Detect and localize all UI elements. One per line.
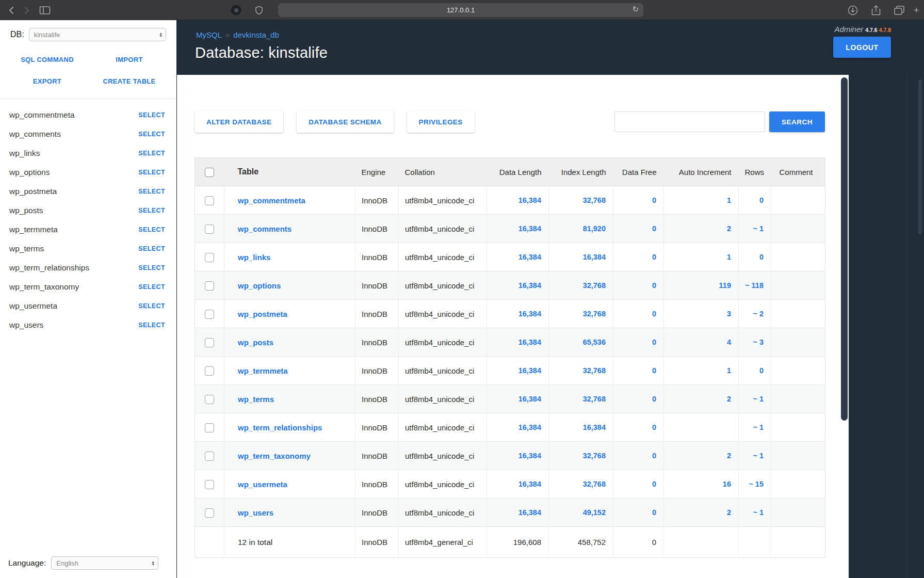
new-tab-icon[interactable]: +: [910, 0, 922, 20]
sidebar-table-name[interactable]: wp_options: [9, 168, 50, 177]
sidebar-table-name[interactable]: wp_postmeta: [9, 187, 57, 196]
collation-cell: utf8mb4_unicode_ci: [399, 215, 487, 243]
sidebar-select-link[interactable]: SELECT: [138, 111, 165, 119]
rows-cell: ~ 1: [739, 499, 771, 527]
search-button[interactable]: SEARCH: [769, 111, 825, 132]
collation-cell: utf8mb4_unicode_ci: [399, 186, 487, 215]
row-checkbox[interactable]: [205, 366, 214, 376]
sidebar-table-item: wp_termmeta SELECT: [0, 220, 176, 239]
database-schema-button[interactable]: DATABASE SCHEMA: [297, 111, 393, 133]
comment-cell: [771, 413, 825, 442]
table-name-link[interactable]: wp_term_relationships: [238, 423, 322, 432]
table-name-link[interactable]: wp_links: [238, 253, 270, 262]
row-checkbox[interactable]: [205, 452, 214, 461]
share-icon[interactable]: [869, 0, 883, 20]
sidebar-table-name[interactable]: wp_users: [9, 320, 43, 330]
row-checkbox[interactable]: [205, 253, 214, 262]
row-checkbox[interactable]: [205, 395, 214, 404]
rows-cell: ~ 1: [739, 442, 771, 470]
window-scrollbar[interactable]: [918, 79, 922, 234]
sidebar-select-link[interactable]: SELECT: [138, 226, 165, 233]
row-checkbox[interactable]: [205, 310, 214, 319]
rows-cell: ~ 2: [739, 300, 771, 328]
sidebar-table-name[interactable]: wp_termmeta: [9, 225, 58, 234]
breadcrumb-mysql-link[interactable]: MySQL: [196, 30, 222, 39]
export-link[interactable]: EXPORT: [33, 77, 61, 85]
extension-icon[interactable]: [229, 0, 242, 20]
alter-database-button[interactable]: ALTER DATABASE: [194, 111, 283, 133]
row-checkbox[interactable]: [205, 338, 214, 347]
table-name-link[interactable]: wp_term_taxonomy: [238, 452, 311, 460]
table-name-link[interactable]: wp_usermeta: [238, 480, 287, 489]
table-name-link[interactable]: wp_commentmeta: [238, 196, 305, 205]
auto-increment-cell: 3: [664, 300, 739, 328]
sidebar-toggle-icon[interactable]: [37, 0, 53, 20]
content-scrollbar[interactable]: [841, 77, 848, 421]
back-icon[interactable]: [5, 0, 19, 20]
reload-icon[interactable]: ↻: [632, 5, 639, 14]
latest-version-link[interactable]: 4.7.8: [879, 27, 891, 33]
sidebar-select-link[interactable]: SELECT: [138, 264, 165, 271]
create-table-link[interactable]: CREATE TABLE: [103, 77, 155, 85]
auto-increment-cell: 1: [664, 357, 739, 385]
table-name-link[interactable]: wp_posts: [238, 338, 273, 347]
sidebar-select-link[interactable]: SELECT: [138, 322, 165, 329]
downloads-icon[interactable]: [846, 0, 860, 20]
sidebar-table-name[interactable]: wp_term_taxonomy: [9, 282, 79, 292]
sidebar-select-link[interactable]: SELECT: [138, 207, 165, 214]
sidebar-select-link[interactable]: SELECT: [138, 302, 165, 310]
sidebar-table-item: wp_commentmeta SELECT: [0, 105, 176, 124]
db-select[interactable]: kinstalife ▲▼: [29, 28, 166, 41]
table-name-link[interactable]: wp_users: [238, 508, 273, 517]
sidebar-table-name[interactable]: wp_usermeta: [9, 301, 57, 311]
url-bar[interactable]: 127.0.0.1 ↻: [278, 3, 643, 17]
sidebar-select-link[interactable]: SELECT: [138, 150, 165, 157]
shield-icon[interactable]: [252, 0, 266, 20]
data-length-cell: 16,384: [487, 300, 549, 328]
tab-overview-icon[interactable]: [892, 0, 906, 20]
sidebar-select-link[interactable]: SELECT: [138, 188, 165, 195]
sidebar-table-name[interactable]: wp_comments: [9, 130, 61, 139]
forward-icon[interactable]: [20, 0, 33, 20]
comment-cell: [771, 470, 825, 499]
table-row: wp_terms InnoDB utf8mb4_unicode_ci 16,38…: [195, 385, 825, 413]
row-checkbox[interactable]: [205, 480, 214, 489]
sidebar-table-name[interactable]: wp_links: [9, 149, 40, 158]
logout-button[interactable]: LOGOUT: [833, 37, 891, 58]
auto-increment-cell: [664, 413, 739, 442]
import-link[interactable]: IMPORT: [116, 56, 142, 63]
table-name-link[interactable]: wp_postmeta: [238, 310, 287, 318]
sidebar-table-name[interactable]: wp_posts: [9, 206, 43, 215]
sidebar-table-name[interactable]: wp_commentmeta: [9, 110, 75, 120]
sidebar-select-link[interactable]: SELECT: [138, 169, 165, 176]
select-all-checkbox[interactable]: [205, 168, 214, 177]
table-name-link[interactable]: wp_termmeta: [238, 366, 288, 375]
row-checkbox[interactable]: [205, 423, 214, 432]
row-checkbox[interactable]: [205, 196, 214, 205]
sidebar-table-name[interactable]: wp_terms: [9, 244, 44, 253]
table-row: wp_termmeta InnoDB utf8mb4_unicode_ci 16…: [195, 357, 825, 385]
table-name-link[interactable]: wp_comments: [238, 224, 291, 233]
sidebar-select-link[interactable]: SELECT: [138, 131, 165, 138]
collation-cell: utf8mb4_unicode_ci: [399, 442, 487, 470]
row-checkbox[interactable]: [205, 281, 214, 291]
breadcrumb-database-link[interactable]: devkinsta_db: [233, 30, 279, 39]
sql-command-link[interactable]: SQL COMMAND: [21, 56, 74, 63]
table-name-link[interactable]: wp_options: [238, 281, 281, 290]
sidebar-select-link[interactable]: SELECT: [138, 245, 165, 252]
language-select[interactable]: English ▲▼: [51, 556, 158, 570]
sidebar-table-name[interactable]: wp_term_relationships: [9, 263, 89, 272]
row-checkbox[interactable]: [205, 508, 214, 518]
search-input[interactable]: [614, 111, 765, 132]
table-name-link[interactable]: wp_terms: [238, 395, 274, 404]
auto-increment-cell: 4: [664, 328, 739, 357]
auto-increment-cell: 2: [664, 499, 739, 527]
sidebar-select-link[interactable]: SELECT: [138, 283, 165, 291]
row-checkbox[interactable]: [205, 224, 214, 234]
auto-increment-cell: 2: [664, 385, 739, 413]
main-area: MySQL»devkinsta_db Database: kinstalife …: [177, 20, 924, 578]
engine-cell: InnoDB: [355, 470, 399, 499]
table-row: wp_options InnoDB utf8mb4_unicode_ci 16,…: [195, 271, 825, 300]
browser-toolbar: 127.0.0.1 ↻ +: [0, 0, 924, 20]
privileges-button[interactable]: PRIVILEGES: [407, 111, 475, 133]
